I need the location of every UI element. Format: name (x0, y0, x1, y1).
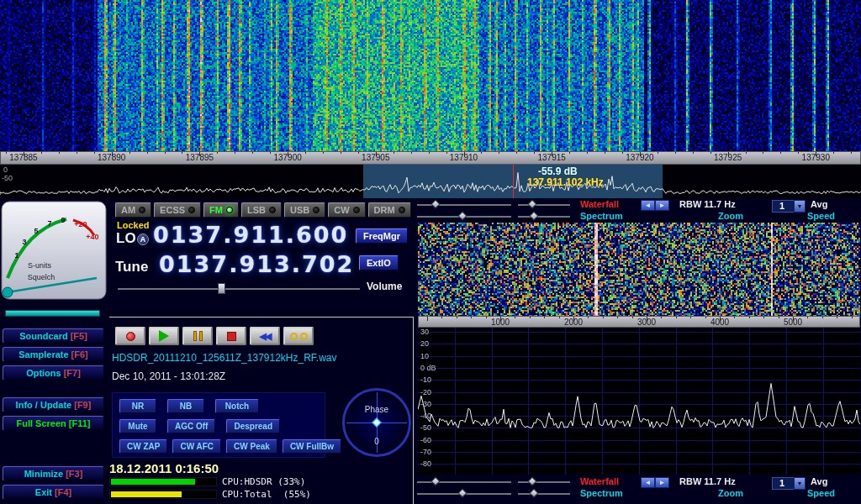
waterfall-range-slider-thumb[interactable] (528, 199, 537, 208)
mode-lsb-button[interactable]: LSB (241, 202, 282, 218)
mode-ecss-label: ECSS (160, 205, 185, 215)
nb-button[interactable]: NB (167, 399, 204, 413)
mode-cw-button[interactable]: CW (328, 202, 365, 218)
play-button[interactable] (149, 327, 179, 345)
options-button[interactable]: Options[F7] (3, 365, 104, 381)
pause-icon (199, 331, 203, 341)
zoom-frequency-scale[interactable] (418, 316, 860, 328)
squelch-level-bar[interactable] (5, 310, 100, 317)
recording-timestamp: Dec 10, 2011 - 13:01:28Z (112, 370, 225, 382)
exit-button[interactable]: Exit[F4] (3, 485, 104, 500)
spectrum-level-slider[interactable] (417, 489, 511, 499)
lo-frequency-display[interactable]: 0137.911.600 (153, 222, 348, 248)
waterfall-range-slider[interactable] (518, 477, 570, 487)
mode-am-button[interactable]: AM (115, 202, 151, 218)
s-meter-tick-label: 3 (22, 238, 26, 246)
s-meter-squelch-label: Squelch (28, 273, 55, 281)
scroll-right-button[interactable]: ► (655, 200, 669, 211)
mute-button[interactable]: Mute (119, 419, 156, 433)
mode-drm-button[interactable]: DRM (368, 202, 411, 218)
spectrum-level-slider-thumb[interactable] (457, 211, 467, 220)
mode-drm-label: DRM (374, 205, 395, 215)
volume-slider[interactable] (118, 283, 360, 295)
waterfall-range-slider-thumb[interactable] (528, 476, 537, 486)
waterfall-level-slider-thumb[interactable] (431, 199, 441, 208)
mode-cw-led-icon (353, 207, 360, 213)
overview-spectrum-display[interactable] (0, 165, 861, 198)
avg-select[interactable]: 1 ▼ (772, 200, 806, 213)
recording-filename: HDSDR_20111210_125611Z_137912kHz_RF.wav (112, 352, 337, 364)
cw-peak-button[interactable]: CW Peak (226, 439, 277, 454)
agc-off-button[interactable]: AGC Off (167, 419, 215, 433)
record-icon (126, 332, 135, 341)
avg-label: Avg (811, 476, 827, 486)
freqmgr-button[interactable]: FreqMgr (356, 228, 408, 244)
scroll-left-button[interactable]: ◄ (641, 477, 655, 488)
avg-select-arrow-icon[interactable]: ▼ (794, 477, 806, 490)
spectrum-range-slider[interactable] (518, 212, 570, 222)
waterfall-level-slider[interactable] (417, 200, 511, 210)
spectrum-range-slider-thumb[interactable] (529, 211, 538, 220)
locked-indicator: Locked (117, 220, 150, 230)
zoom-waterfall-display[interactable] (418, 223, 860, 316)
main-waterfall-display[interactable] (0, 0, 861, 151)
mode-ecss-button[interactable]: ECSS (154, 202, 201, 218)
avg-select-value: 1 (772, 200, 794, 213)
samplerate-button[interactable]: Samplerate[F6] (3, 347, 104, 362)
phase-dial[interactable]: Phase 0 (342, 388, 411, 457)
cw-zap-button[interactable]: CW ZAP (119, 439, 167, 454)
despread-button[interactable]: Despread (226, 419, 280, 433)
scroll-right-button[interactable]: ► (655, 477, 669, 488)
cw-afc-button[interactable]: CW AFC (172, 439, 221, 454)
soundcard-button[interactable]: Soundcard[F5] (3, 328, 104, 344)
pause-button[interactable] (182, 327, 213, 345)
minimize-button-key: [F3] (66, 469, 82, 479)
s-meter-tick-label: 9 (61, 216, 65, 224)
pause-icon (193, 331, 197, 341)
full-screen-button[interactable]: Full Screen[F11] (3, 416, 104, 431)
volume-label: Volume (367, 281, 402, 292)
rbw-label: RBW 11.7 Hz (679, 476, 736, 486)
spectrum-range-slider[interactable] (518, 489, 570, 499)
mode-usb-button[interactable]: USB (284, 202, 325, 218)
lo-sync-button[interactable]: A (137, 234, 149, 245)
minimize-button[interactable]: Minimize[F3] (3, 466, 104, 481)
audio-spectrum-display[interactable] (418, 328, 860, 475)
frequency-scale[interactable] (0, 151, 861, 165)
waterfall-range-slider[interactable] (518, 200, 570, 210)
notch-button[interactable]: Notch (215, 399, 259, 413)
stop-button[interactable] (216, 327, 246, 345)
avg-select[interactable]: 1 ▼ (772, 477, 806, 490)
record-button[interactable] (115, 327, 145, 345)
s-meter: 13579+20+40 S-units Squelch (1, 201, 107, 300)
spectrum-level-slider[interactable] (417, 212, 511, 222)
spectrum-range-slider-thumb[interactable] (529, 488, 538, 497)
exit-button-label: Exit (35, 487, 52, 497)
waterfall-level-slider-thumb[interactable] (431, 476, 441, 486)
rewind-button[interactable]: ◀◀ (250, 327, 280, 345)
avg-label: Avg (811, 199, 827, 209)
waterfall-level-slider[interactable] (417, 477, 511, 487)
dsp-panel: NR NB Notch Mute AGC Off Despread CW ZAP… (112, 392, 325, 458)
tune-frequency-display[interactable]: 0137.913.702 (159, 251, 354, 277)
cpu-status: CPU:HDSDR (33%) CPU:Total (55%) (109, 475, 345, 501)
cw-fullbw-button[interactable]: CW FullBw (283, 439, 341, 454)
extio-button[interactable]: ExtIO (359, 255, 399, 270)
mode-lsb-label: LSB (247, 205, 266, 215)
avg-select-arrow-icon[interactable]: ▼ (794, 200, 806, 213)
s-meter-tick-label: +20 (74, 220, 87, 228)
play-icon (159, 330, 169, 342)
s-meter-needle-hub[interactable] (3, 287, 13, 297)
samplerate-button-label: Samplerate (18, 349, 68, 360)
mode-fm-button[interactable]: FM (203, 202, 239, 218)
zoom-label: Zoom (718, 488, 743, 498)
playback-controls: ◀◀ (115, 327, 314, 345)
loop-button[interactable] (283, 327, 314, 345)
spectrum-level-slider-thumb[interactable] (457, 488, 467, 497)
volume-slider-thumb[interactable] (218, 283, 225, 294)
nr-button[interactable]: NR (119, 399, 156, 413)
full-screen-button-label: Full Screen (17, 418, 66, 428)
scroll-left-button[interactable]: ◄ (641, 200, 655, 211)
info-update-button[interactable]: Info / Update[F9] (3, 397, 104, 412)
speed-label: Speed (807, 488, 835, 498)
